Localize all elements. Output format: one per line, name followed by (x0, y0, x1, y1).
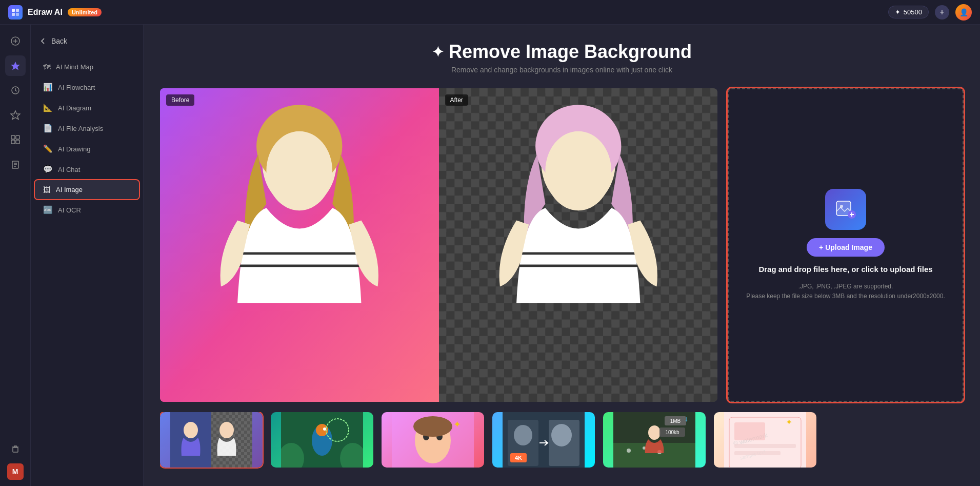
sidebar-icon-create[interactable] (5, 31, 26, 51)
image-preview: Before (160, 88, 717, 402)
chat-icon: 💬 (43, 165, 53, 174)
sidebar-icon-trash[interactable] (5, 439, 26, 459)
sidebar-icon-ai[interactable] (5, 55, 26, 76)
tool-card-sr[interactable]: 4K Image SR (492, 412, 595, 468)
svg-marker-9 (11, 111, 20, 120)
nav-item-chat[interactable]: 💬 AI Chat (35, 160, 139, 179)
nav-label-ocr: AI OCR (58, 206, 81, 214)
back-label: Back (51, 37, 67, 45)
tool-card-compressor[interactable]: 1MB ↓ 100kb Image Compressor (603, 412, 706, 468)
svg-rect-88 (734, 451, 781, 455)
main-content-row: Before (160, 88, 964, 402)
nav-item-diagram[interactable]: 📐 AI Diagram (35, 98, 139, 118)
tool-thumb-watermark: © watermark sample text ✦ (714, 412, 816, 468)
nav-item-mindmap[interactable]: 🗺 AI Mind Map (35, 57, 139, 76)
svg-point-22 (266, 131, 332, 210)
svg-point-68 (514, 425, 532, 445)
credits-button[interactable]: ✦ 50500 (888, 6, 929, 18)
tool-thumb-cleanup (271, 412, 373, 468)
app-logo (8, 5, 23, 20)
add-button[interactable]: + (935, 5, 949, 20)
ocr-icon: 🔤 (43, 205, 53, 215)
main-layout: M Back 🗺 AI Mind Map 📊 AI Flowchart 📐 AI… (0, 25, 980, 486)
tool-card-watermark[interactable]: © watermark sample text ✦ Watermark Remo… (714, 412, 816, 468)
upload-area[interactable]: + Upload Image Drag and drop files here,… (728, 88, 964, 402)
svg-rect-13 (16, 140, 19, 144)
nav-label-mindmap: AI Mind Map (56, 63, 93, 71)
svg-rect-86 (734, 422, 765, 440)
svg-rect-45 (211, 412, 252, 468)
svg-point-62 (413, 416, 452, 437)
svg-rect-12 (11, 140, 15, 144)
sidebar-icon-favorites[interactable] (5, 105, 26, 125)
tool-card-bg-remover[interactable]: Background Remover (160, 412, 263, 468)
upload-button[interactable]: + Upload Image (807, 238, 885, 257)
unlimited-badge: Unlimited (68, 8, 102, 16)
nav-item-fileanalysis[interactable]: 📄 AI File Analysis (35, 119, 139, 138)
sidebar-icon-templates[interactable] (5, 129, 26, 150)
tool-thumb-sr: 4K (492, 412, 595, 468)
mindmap-icon: 🗺 (43, 63, 51, 71)
m-badge: M (7, 463, 24, 480)
svg-point-75 (648, 425, 661, 440)
nav-sidebar: Back 🗺 AI Mind Map 📊 AI Flowchart 📐 AI D… (31, 25, 144, 486)
tool-thumb-compressor: 1MB ↓ 100kb (603, 412, 706, 468)
svg-point-48 (184, 422, 198, 438)
nav-item-image[interactable]: 🖼 AI Image (35, 180, 139, 199)
topbar: Edraw AI Unlimited ✦ 50500 + 👤 (0, 0, 980, 25)
page-subtitle: Remove and change backgrounds in images … (160, 66, 964, 74)
preview-before: Before (160, 88, 439, 402)
sidebar-icon-clipboard[interactable] (5, 154, 26, 174)
avatar[interactable]: 👤 (955, 4, 972, 21)
credits-value: 50500 (904, 8, 922, 16)
svg-rect-18 (13, 448, 18, 452)
after-label: After (445, 94, 468, 106)
nav-label-fileanalysis: AI File Analysis (58, 125, 103, 132)
app-name-label: Edraw AI (28, 8, 63, 17)
svg-rect-3 (16, 13, 19, 16)
svg-rect-47 (170, 412, 211, 468)
topbar-left: Edraw AI Unlimited (8, 5, 102, 20)
topbar-right: ✦ 50500 + 👤 (888, 4, 972, 21)
nav-label-drawing: AI Drawing (58, 145, 91, 153)
icon-sidebar-bottom: M (5, 439, 26, 480)
tool-card-cleanup[interactable]: Image Cleanup (271, 412, 373, 468)
tool-card-enhancer[interactable]: ✦ Photo Enhancer (382, 412, 484, 468)
nav-item-drawing[interactable]: ✏️ AI Drawing (35, 139, 139, 159)
svg-point-32 (545, 131, 611, 210)
nav-item-ocr[interactable]: 🔤 AI OCR (35, 200, 139, 220)
sidebar-icon-history[interactable] (5, 80, 26, 101)
preview-after: After (439, 88, 718, 402)
diagram-icon: 📐 (43, 103, 53, 112)
icon-sidebar: M (0, 25, 31, 486)
content-area: ✦ Remove Image Background Remove and cha… (144, 25, 980, 486)
nav-label-diagram: AI Diagram (58, 104, 91, 112)
svg-text:4K: 4K (515, 455, 522, 461)
svg-rect-10 (11, 135, 15, 139)
upload-main-text: Drag and drop files here, or click to up… (758, 265, 932, 274)
page-title: ✦ Remove Image Background (160, 41, 964, 63)
svg-text:✦: ✦ (786, 418, 792, 426)
svg-text:1MB: 1MB (670, 418, 681, 424)
back-button[interactable]: Back (31, 33, 143, 49)
drawing-icon: ✏️ (43, 144, 53, 153)
star-icon: ✦ (895, 8, 901, 16)
upload-sub-text: .JPG, .PNG, .JPEG are supported. Please … (746, 282, 945, 301)
image-icon: 🖼 (43, 185, 51, 194)
sparkle-icon: ✦ (432, 44, 444, 61)
svg-rect-11 (16, 135, 19, 139)
nav-item-flowchart[interactable]: 📊 AI Flowchart (35, 77, 139, 97)
svg-rect-0 (12, 9, 15, 12)
upload-formats: .JPG, .PNG, .JPEG are supported. (798, 283, 893, 290)
upload-icon-wrap (825, 189, 866, 230)
svg-text:↓: ↓ (685, 415, 688, 423)
tool-thumb-bg-remover (160, 412, 263, 468)
svg-point-69 (551, 424, 572, 446)
flowchart-icon: 📊 (43, 83, 53, 92)
nav-label-chat: AI Chat (58, 166, 80, 173)
tool-cards: Background Remover (160, 412, 964, 470)
upload-size-limit: Please keep the file size below 3MB and … (746, 293, 945, 300)
svg-marker-7 (11, 62, 20, 70)
svg-rect-2 (12, 13, 15, 16)
before-label: Before (166, 94, 194, 106)
